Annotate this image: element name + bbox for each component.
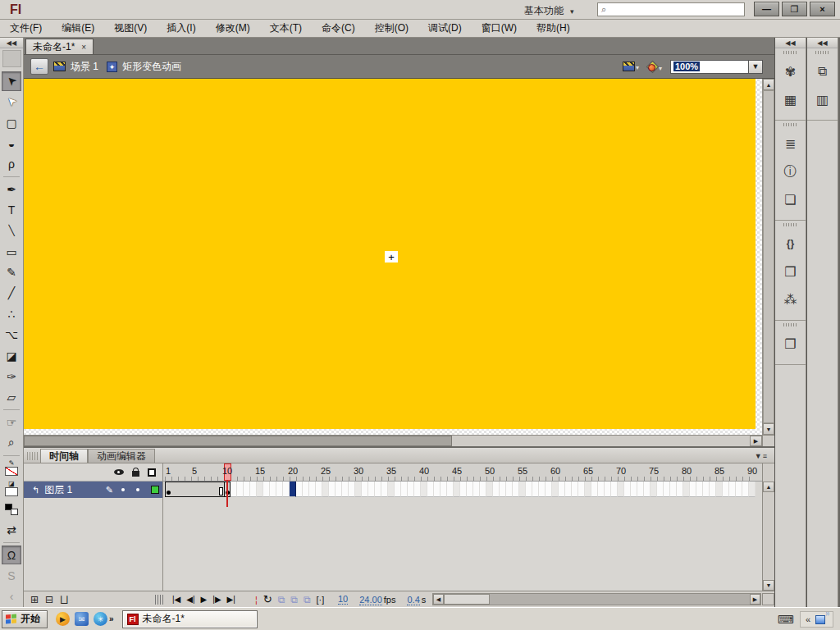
frame-cell-15[interactable]: [257, 482, 263, 497]
eyedropper-tool[interactable]: ✑: [2, 367, 21, 386]
panel-group-grip[interactable]: [783, 223, 798, 226]
snap-to-objects-toggle[interactable]: Ω: [2, 546, 21, 564]
swatches-panel-button[interactable]: ▦: [780, 89, 801, 110]
frame-cell-56[interactable]: [526, 482, 532, 497]
menu-item-6[interactable]: 文本(T): [270, 21, 302, 35]
scrollbar-thumb[interactable]: [24, 436, 452, 446]
new-layer-button[interactable]: ⊞: [30, 594, 39, 605]
frame-cell-49[interactable]: [480, 482, 486, 497]
default-colors-control[interactable]: [2, 500, 21, 518]
panels-collapse-button[interactable]: ◀◀: [807, 38, 838, 48]
subselection-tool[interactable]: ➤: [2, 93, 21, 112]
frame-cell-23[interactable]: [309, 482, 316, 497]
frame-cell-21[interactable]: [296, 482, 303, 497]
panel-grip[interactable]: [27, 452, 39, 460]
frame-cell-31[interactable]: [362, 482, 368, 497]
frame-cell-41[interactable]: [427, 482, 434, 497]
play-button[interactable]: ▶: [201, 595, 208, 604]
frame-ruler[interactable]: 151015202530354045505560657075808590: [163, 463, 762, 482]
start-button[interactable]: 开始: [2, 610, 48, 628]
frame-cell-39[interactable]: [414, 482, 421, 497]
frame-cell-54[interactable]: [513, 482, 519, 497]
frame-cell-20[interactable]: [290, 482, 296, 497]
frame-cell-69[interactable]: [611, 482, 618, 497]
scroll-right-button[interactable]: ▶: [750, 436, 762, 446]
menu-item-7[interactable]: 命令(C): [322, 21, 355, 35]
frame-cell-9[interactable]: [217, 482, 224, 497]
scrollbar-thumb[interactable]: [444, 594, 490, 605]
layer-visible-dot[interactable]: [121, 488, 125, 491]
frame-cell-63[interactable]: [572, 482, 578, 497]
panel-group-grip[interactable]: [783, 123, 798, 126]
frame-cell-13[interactable]: [244, 482, 250, 497]
free-transform-tool[interactable]: ▢: [2, 113, 21, 132]
goto-last-frame-button[interactable]: ▶|: [227, 595, 235, 604]
selection-tool[interactable]: ➤: [2, 71, 21, 90]
step-back-button[interactable]: ◀|: [186, 595, 194, 604]
layer-name[interactable]: 图层 1: [44, 483, 106, 497]
panel-group-grip[interactable]: [783, 51, 798, 54]
paint-bucket-tool[interactable]: ◪: [2, 346, 21, 365]
stroke-color-control[interactable]: ✎: [2, 459, 21, 477]
scroll-left-button[interactable]: ◀: [433, 594, 444, 605]
menu-item-2[interactable]: 编辑(E): [62, 21, 94, 35]
swap-colors-control[interactable]: ⇄: [2, 521, 21, 540]
stage-vertical-scrollbar[interactable]: ▲ ▼: [762, 79, 774, 435]
frame-cell-71[interactable]: [624, 482, 631, 497]
restore-button[interactable]: ❐: [782, 2, 807, 16]
frame-cell-50[interactable]: [486, 482, 493, 497]
quicklaunch-media-player[interactable]: ▶: [56, 612, 70, 626]
edit-scene-button[interactable]: ▾: [623, 62, 639, 71]
close-icon[interactable]: ×: [81, 43, 86, 52]
frame-cell-47[interactable]: [467, 482, 473, 497]
input-method-icon[interactable]: ⌨: [778, 613, 794, 626]
frame-cell-80[interactable]: [683, 482, 690, 497]
menu-item-3[interactable]: 视图(V): [114, 21, 147, 35]
frame-cell-18[interactable]: [276, 482, 283, 497]
panel-group-grip[interactable]: [783, 323, 798, 326]
frame-cell-62[interactable]: [565, 482, 572, 497]
frame-cell-1[interactable]: [165, 482, 171, 497]
frame-cell-19[interactable]: [283, 482, 290, 497]
frame-cell-25[interactable]: [322, 482, 329, 497]
frame-cell-8[interactable]: [211, 482, 217, 497]
frame-cell-7[interactable]: [204, 482, 211, 497]
zoom-combobox[interactable]: 100% ▼: [670, 60, 763, 74]
scroll-up-button[interactable]: ▲: [763, 79, 774, 90]
frame-cell-40[interactable]: [421, 482, 427, 497]
frame-cell-64[interactable]: [578, 482, 585, 497]
onion-marker-icon[interactable]: ¦: [255, 595, 258, 605]
delete-layer-button[interactable]: ⨆: [60, 594, 68, 605]
straighten-option[interactable]: ‹: [2, 587, 21, 606]
panel-group-grip[interactable]: [815, 51, 830, 54]
frame-cell-66[interactable]: [591, 482, 598, 497]
layer-frames-row[interactable]: [165, 482, 756, 497]
menu-item-4[interactable]: 插入(I): [167, 21, 195, 35]
frame-cell-85[interactable]: [716, 482, 723, 497]
frame-cell-36[interactable]: [395, 482, 401, 497]
frame-cell-61[interactable]: [559, 482, 565, 497]
code-snippets-panel-button[interactable]: {}: [780, 233, 801, 254]
scroll-down-button[interactable]: ▼: [763, 580, 774, 591]
frame-cell-65[interactable]: [585, 482, 591, 497]
frame-cell-34[interactable]: [381, 482, 388, 497]
frame-cell-81[interactable]: [690, 482, 696, 497]
frame-cell-30[interactable]: [355, 482, 362, 497]
frame-cell-14[interactable]: [250, 482, 257, 497]
frames-area[interactable]: 151015202530354045505560657075808590: [163, 463, 762, 591]
frame-cell-58[interactable]: [539, 482, 546, 497]
tray-chevron-icon[interactable]: «: [806, 614, 810, 624]
menu-item-5[interactable]: 修改(M): [216, 21, 250, 35]
scene-label[interactable]: 场景 1: [71, 60, 98, 74]
zoom-dropdown-button[interactable]: ▼: [749, 60, 763, 74]
eraser-tool[interactable]: ▱: [2, 388, 21, 407]
frame-cell-53[interactable]: [506, 482, 513, 497]
frame-cell-88[interactable]: [736, 482, 742, 497]
frame-cell-83[interactable]: [703, 482, 710, 497]
components-panel-button[interactable]: ❒: [780, 261, 801, 282]
align-panel-button[interactable]: ≣: [780, 133, 801, 154]
library-panel-button[interactable]: ▥: [812, 89, 833, 110]
frame-cell-3[interactable]: [178, 482, 185, 497]
frame-cell-76[interactable]: [657, 482, 664, 497]
brush-tool[interactable]: ╱: [2, 284, 21, 303]
